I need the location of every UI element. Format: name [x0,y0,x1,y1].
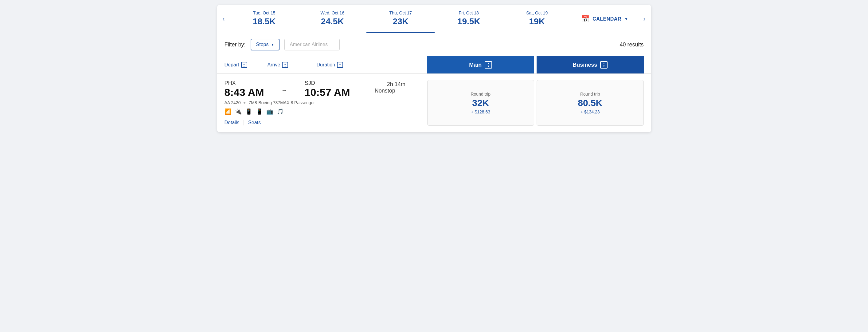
date-tab-value-3: 19.5K [457,17,480,26]
arrive-col-label: Arrive [268,62,280,67]
arrive-time: 10:57 AM [305,86,350,99]
main-trip-label: Round trip [470,92,491,96]
details-link[interactable]: Details [224,120,240,126]
column-headers: Depart ▲ ▼ Arrive ▲ ▼ Duration ▲ ▼ [217,56,651,74]
date-tabs: Tue, Oct 15 18.5K Wed, Oct 16 24.5K Thu,… [230,5,571,33]
results-count: 40 results [620,42,644,48]
amenity-power-icon: 🔌 [235,108,242,115]
amenity-wifi-icon: 📶 [224,108,231,115]
business-class-label: Business [572,62,597,68]
depart-sort-btn[interactable]: Depart ▲ ▼ [224,56,268,74]
business-price-fee: + $134.23 [581,109,600,114]
separator [244,102,245,104]
amenity-tv-icon: 📺 [266,108,273,115]
business-class-header[interactable]: Business ▲ ▼ [536,56,644,74]
arrive-sort-icon: ▲ ▼ [282,62,288,68]
date-tab-0[interactable]: Tue, Oct 15 18.5K [230,5,298,33]
arrow-container: → [276,87,292,94]
amenity-entertainment-icon: 📱 [245,108,252,115]
stops-label-text: Stops [256,42,269,47]
date-tab-label-0: Tue, Oct 15 [253,10,276,16]
date-tab-value-2: 23K [393,17,408,26]
stops-filter-btn[interactable]: Depart Stops ▼ [251,39,280,50]
date-tab-label-4: Sat, Oct 19 [526,10,548,16]
amenity-icons: 📶🔌📱📱📺🎵 [224,108,427,115]
depart-col-label: Depart [224,62,239,67]
duration-sort-icon: ▲ ▼ [337,62,343,68]
aircraft-type: 7M8-Boeing 737MAX 8 Passenger [248,100,315,105]
date-tab-1[interactable]: Wed, Oct 16 24.5K [298,5,366,33]
main-class-header[interactable]: Main ▲ ▼ [427,56,534,74]
arrow-icon: → [281,87,287,94]
airline-placeholder: American Airlines [290,42,328,47]
date-picker-row: ‹ Tue, Oct 15 18.5K Wed, Oct 16 24.5K Th… [217,5,651,33]
duration-info: 2h 14m Nonstop [375,81,405,94]
main-price-fee: + $128.63 [471,109,490,114]
filter-row: Filter by: Depart Stops ▼ American Airli… [217,33,651,56]
airline-filter-btn[interactable]: American Airlines [284,39,340,50]
depart-code: PHX [224,80,264,86]
date-tab-value-0: 18.5K [253,17,276,26]
duration-col-label: Duration [317,62,335,67]
date-tab-label-2: Thu, Oct 17 [390,10,412,16]
flight-list: PHX 8:43 AM → SJD 10:57 AM 2h 14m Nonsto… [217,74,651,132]
arrive-sort-btn[interactable]: Arrive ▲ ▼ [268,56,317,74]
flight-info-0: PHX 8:43 AM → SJD 10:57 AM 2h 14m Nonsto… [224,80,427,126]
arrive-info: SJD 10:57 AM [305,80,350,99]
stops-text: Nonstop [375,88,405,94]
duration-text: 2h 14m [387,81,405,88]
calendar-icon: 📅 [581,15,589,23]
date-tab-label-1: Wed, Oct 16 [320,10,344,16]
amenity-mobile-icon: 📱 [256,108,262,115]
main-price-amount: 32K [472,98,489,108]
calendar-section[interactable]: 📅 CALENDAR ▼ [571,5,638,33]
main-class-label: Main [469,62,482,68]
calendar-chevron-icon: ▼ [624,17,628,21]
main-price-card[interactable]: Round trip 32K + $128.63 [427,80,534,126]
business-sort-icon: ▲ ▼ [600,61,608,68]
link-separator: | [243,119,245,126]
calendar-label: CALENDAR [592,16,621,22]
flight-number: AA 2420 [224,100,241,105]
amenity-music-icon: 🎵 [277,108,283,115]
date-tab-label-3: Fri, Oct 18 [459,10,478,16]
date-tab-value-4: 19K [529,17,545,26]
filter-by-label: Filter by: [224,42,246,48]
duration-sort-btn[interactable]: Duration ▲ ▼ [317,56,360,74]
flight-links: Details | Seats [224,119,427,126]
main-sort-icon: ▲ ▼ [485,61,492,68]
prev-date-btn[interactable]: ‹ [217,5,230,33]
arrive-code: SJD [305,80,350,86]
depart-sort-icon: ▲ ▼ [241,62,247,68]
date-tab-2[interactable]: Thu, Oct 17 23K [366,5,435,33]
date-tab-value-1: 24.5K [321,17,344,26]
depart-info: PHX 8:43 AM [224,80,264,99]
seats-link[interactable]: Seats [248,120,261,126]
col-left-headers: Depart ▲ ▼ Arrive ▲ ▼ Duration ▲ ▼ [224,56,427,74]
business-trip-label: Round trip [580,92,600,96]
next-date-btn[interactable]: › [638,5,651,33]
flight-details-row: AA 2420 7M8-Boeing 737MAX 8 Passenger [224,100,427,105]
date-tab-4[interactable]: Sat, Oct 19 19K [503,5,571,33]
business-price-amount: 80.5K [578,98,602,108]
col-right-headers: Main ▲ ▼ Business ▲ ▼ [427,56,644,74]
flight-prices-0: Round trip 32K + $128.63 Round trip 80.5… [427,80,644,126]
main-container: ‹ Tue, Oct 15 18.5K Wed, Oct 16 24.5K Th… [217,5,651,132]
depart-time: 8:43 AM [224,86,264,99]
stops-chevron-icon: ▼ [271,43,274,47]
table-row: PHX 8:43 AM → SJD 10:57 AM 2h 14m Nonsto… [217,74,651,132]
date-tab-3[interactable]: Fri, Oct 18 19.5K [435,5,503,33]
business-price-card[interactable]: Round trip 80.5K + $134.23 [536,80,644,126]
